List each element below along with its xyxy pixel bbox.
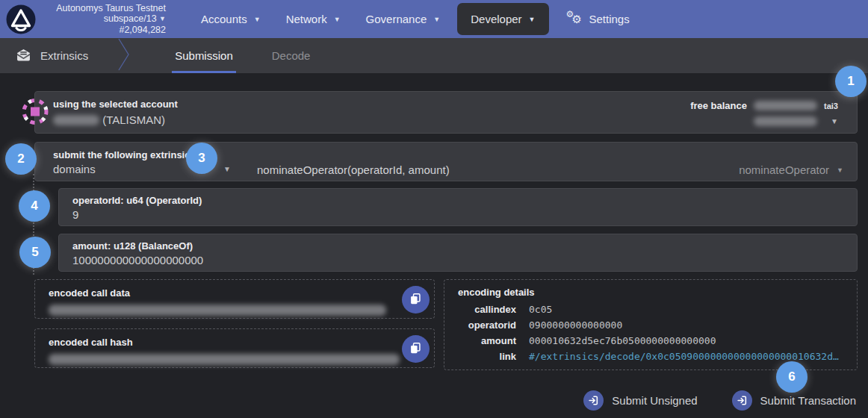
autonomys-logo-icon bbox=[6, 4, 36, 34]
submit-unsigned-button[interactable]: Submit Unsigned bbox=[583, 390, 697, 411]
annotation-badge-1: 1 bbox=[835, 66, 867, 97]
token-unit: tai3 bbox=[824, 102, 845, 110]
runtime-version[interactable]: subspace/13 ▼ bbox=[104, 13, 166, 25]
tab-submission[interactable]: Submission bbox=[155, 38, 252, 73]
detail-operatorid: operatorid 0900000000000000 bbox=[458, 319, 846, 331]
tab-decode[interactable]: Decode bbox=[252, 38, 330, 73]
sign-in-icon bbox=[732, 390, 752, 411]
redacted-account-address bbox=[754, 116, 817, 126]
action-buttons: Submit Unsigned Submit Transaction bbox=[34, 390, 856, 411]
chevron-down-icon: ▼ bbox=[334, 16, 341, 23]
menu-accounts[interactable]: Accounts ▼ bbox=[188, 0, 273, 38]
chevron-down-icon[interactable]: ▼ bbox=[223, 165, 231, 173]
param-amount-card: amount: u128 (BalanceOf) 100000000000000… bbox=[58, 234, 858, 272]
chevron-down-icon: ▼ bbox=[529, 16, 536, 23]
menu-network[interactable]: Network ▼ bbox=[273, 0, 353, 38]
encoded-outputs: encoded call data encoded call hash bbox=[34, 279, 858, 370]
annotation-badge-5: 5 bbox=[19, 237, 51, 268]
breadcrumb-chevron-icon bbox=[118, 38, 130, 73]
encoding-details-box: encoding details callindex 0c05 operator… bbox=[444, 279, 858, 370]
extrinsic-field-label: submit the following extrinsic bbox=[53, 149, 190, 160]
detail-amount: amount 000010632d5ec76b0500000000000000 bbox=[458, 335, 846, 346]
extrinsics-icon bbox=[16, 49, 31, 63]
chain-selector[interactable]: Autonomys Taurus Testnet subspace/13 ▼ #… bbox=[48, 3, 166, 36]
annotation-badge-4: 4 bbox=[19, 190, 50, 222]
free-balance: free balance tai3 bbox=[690, 100, 845, 111]
section-title: Extrinsics bbox=[40, 49, 88, 62]
top-navbar: Autonomys Taurus Testnet subspace/13 ▼ #… bbox=[0, 0, 868, 38]
sign-in-icon bbox=[583, 390, 604, 411]
annotation-badge-3: 3 bbox=[186, 143, 217, 174]
section-header: Extrinsics bbox=[16, 49, 88, 63]
chevron-down-icon: ▼ bbox=[433, 16, 440, 23]
gear-icon: ⚙⚙ bbox=[566, 12, 583, 27]
extrinsics-app: Autonomys Taurus Testnet subspace/13 ▼ #… bbox=[0, 0, 868, 418]
redacted-call-data bbox=[49, 305, 386, 316]
extrinsic-select-card: submit the following extrinsic domains ▼… bbox=[34, 142, 858, 181]
chevron-down-icon: ▼ bbox=[254, 16, 261, 23]
submit-transaction-button[interactable]: Submit Transaction bbox=[732, 390, 856, 411]
account-field-label: using the selected account bbox=[53, 99, 178, 110]
menu-developer[interactable]: Developer ▼ bbox=[457, 3, 548, 35]
method-select[interactable]: nominateOperator ▼ bbox=[739, 163, 843, 176]
menu-settings[interactable]: ⚙⚙ Settings bbox=[554, 0, 642, 38]
param-label: amount: u128 (BalanceOf) bbox=[72, 240, 193, 252]
param-operatorid-card: operatorId: u64 (OperatorId) 9 bbox=[58, 188, 858, 226]
main-menu: Accounts ▼ Network ▼ Governance ▼ Develo… bbox=[188, 0, 642, 38]
encoded-call-hash-label: encoded call hash bbox=[49, 337, 133, 348]
redacted-call-hash bbox=[49, 354, 400, 365]
detail-callindex: callindex 0c05 bbox=[458, 304, 846, 315]
encoding-details-title: encoding details bbox=[458, 287, 846, 298]
decode-link[interactable]: #/extrinsics/decode/0x0c0509000000000000… bbox=[529, 351, 839, 362]
encoded-call-data-box: encoded call data bbox=[34, 279, 435, 319]
pallet-select[interactable]: domains bbox=[53, 163, 96, 175]
redacted-account-name bbox=[53, 115, 99, 125]
param-label: operatorId: u64 (OperatorId) bbox=[72, 195, 202, 206]
detail-link: link #/extrinsics/decode/0x0c05090000000… bbox=[458, 351, 846, 362]
copy-call-hash-button[interactable] bbox=[402, 335, 430, 363]
annotation-badge-6: 6 bbox=[776, 361, 807, 393]
chevron-down-icon: ▼ bbox=[159, 15, 166, 22]
selected-account-name: (TALISMAN) bbox=[53, 113, 165, 126]
tab-list: Submission Decode bbox=[155, 38, 329, 73]
chevron-down-icon: ▼ bbox=[837, 166, 843, 174]
chevron-down-icon[interactable]: ▼ bbox=[824, 117, 845, 125]
chain-name: Autonomys Taurus Testnet bbox=[56, 3, 166, 14]
encoded-call-hash-box: encoded call hash bbox=[34, 328, 435, 368]
block-number: #2,094,282 bbox=[119, 25, 166, 36]
account-dropdown[interactable]: ▼ bbox=[754, 116, 845, 126]
param-operatorid-input[interactable]: 9 bbox=[72, 208, 78, 221]
copy-icon bbox=[410, 293, 421, 307]
encoded-call-data-label: encoded call data bbox=[49, 287, 130, 299]
copy-icon bbox=[410, 343, 421, 356]
call-signature: nominateOperator(operatorId, amount) bbox=[257, 163, 450, 176]
menu-governance[interactable]: Governance ▼ bbox=[353, 0, 453, 38]
redacted-balance-value bbox=[754, 101, 817, 110]
param-amount-input[interactable]: 100000000000000000000 bbox=[72, 254, 203, 266]
tab-bar: Extrinsics Submission Decode bbox=[0, 38, 868, 73]
copy-call-data-button[interactable] bbox=[402, 286, 430, 314]
account-select-card[interactable]: using the selected account (TALISMAN) fr… bbox=[34, 91, 858, 134]
annotation-badge-2: 2 bbox=[5, 143, 37, 175]
account-identicon bbox=[21, 97, 49, 128]
